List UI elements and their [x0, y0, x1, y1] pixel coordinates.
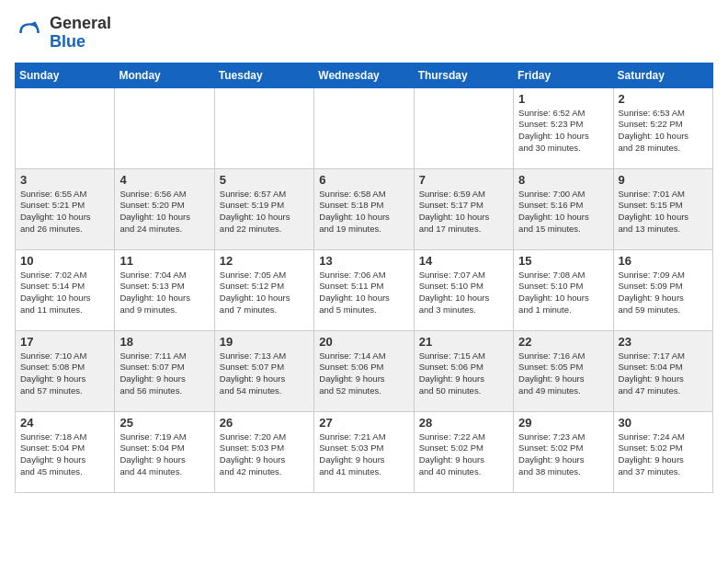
day-number: 27 [319, 416, 408, 430]
day-number: 18 [119, 335, 209, 349]
cell-info: Sunrise: 7:17 AMSunset: 5:04 PMDaylight:… [619, 350, 708, 397]
calendar-cell: 23Sunrise: 7:17 AMSunset: 5:04 PMDayligh… [613, 330, 712, 411]
calendar-cell: 20Sunrise: 7:14 AMSunset: 5:06 PMDayligh… [314, 330, 414, 411]
calendar-header-row: SundayMondayTuesdayWednesdayThursdayFrid… [16, 63, 713, 87]
day-number: 2 [619, 92, 708, 106]
cell-info: Sunrise: 7:18 AMSunset: 5:04 PMDaylight:… [20, 431, 109, 478]
calendar-cell: 8Sunrise: 7:00 AMSunset: 5:16 PMDaylight… [514, 168, 613, 249]
day-number: 22 [518, 335, 608, 349]
day-number: 17 [20, 335, 109, 349]
cell-info: Sunrise: 7:09 AMSunset: 5:09 PMDaylight:… [619, 270, 708, 316]
weekday-header: Saturday [613, 63, 712, 87]
cell-info: Sunrise: 7:11 AMSunset: 5:07 PMDaylight:… [119, 350, 209, 397]
calendar-cell: 4Sunrise: 6:56 AMSunset: 5:20 PMDaylight… [115, 168, 214, 249]
calendar-cell [16, 87, 115, 168]
day-number: 6 [319, 173, 408, 187]
cell-info: Sunrise: 6:58 AMSunset: 5:18 PMDaylight:… [319, 189, 408, 236]
weekday-header: Friday [514, 63, 613, 87]
calendar-cell [314, 87, 414, 168]
logo-icon [15, 18, 44, 48]
calendar-cell: 2Sunrise: 6:53 AMSunset: 5:22 PMDaylight… [613, 87, 712, 168]
calendar-cell [414, 87, 513, 168]
weekday-header: Sunday [16, 63, 115, 87]
calendar: SundayMondayTuesdayWednesdayThursdayFrid… [15, 63, 713, 493]
calendar-cell [214, 87, 313, 168]
day-number: 16 [619, 254, 708, 268]
cell-info: Sunrise: 6:59 AMSunset: 5:17 PMDaylight:… [419, 189, 508, 236]
calendar-cell: 5Sunrise: 6:57 AMSunset: 5:19 PMDaylight… [214, 168, 313, 249]
day-number: 21 [419, 335, 508, 349]
logo-blue: Blue [50, 32, 85, 51]
cell-info: Sunrise: 7:21 AMSunset: 5:03 PMDaylight:… [319, 431, 408, 478]
logo: General Blue [15, 15, 111, 52]
day-number: 19 [220, 335, 309, 349]
calendar-week-row: 17Sunrise: 7:10 AMSunset: 5:08 PMDayligh… [16, 330, 713, 411]
calendar-week-row: 24Sunrise: 7:18 AMSunset: 5:04 PMDayligh… [16, 411, 713, 492]
calendar-cell: 16Sunrise: 7:09 AMSunset: 5:09 PMDayligh… [613, 249, 712, 330]
day-number: 12 [220, 254, 309, 268]
cell-info: Sunrise: 7:16 AMSunset: 5:05 PMDaylight:… [518, 350, 608, 397]
calendar-cell: 12Sunrise: 7:05 AMSunset: 5:12 PMDayligh… [214, 249, 313, 330]
day-number: 30 [619, 416, 708, 430]
cell-info: Sunrise: 7:01 AMSunset: 5:15 PMDaylight:… [619, 189, 708, 236]
cell-info: Sunrise: 7:19 AMSunset: 5:04 PMDaylight:… [119, 431, 209, 478]
day-number: 8 [518, 173, 608, 187]
calendar-cell: 9Sunrise: 7:01 AMSunset: 5:15 PMDaylight… [613, 168, 712, 249]
cell-info: Sunrise: 7:14 AMSunset: 5:06 PMDaylight:… [319, 350, 408, 397]
day-number: 15 [518, 254, 608, 268]
calendar-cell: 19Sunrise: 7:13 AMSunset: 5:07 PMDayligh… [214, 330, 313, 411]
calendar-cell: 10Sunrise: 7:02 AMSunset: 5:14 PMDayligh… [16, 249, 115, 330]
day-number: 5 [220, 173, 309, 187]
day-number: 29 [518, 416, 608, 430]
weekday-header: Thursday [414, 63, 513, 87]
calendar-cell [115, 87, 214, 168]
day-number: 13 [319, 254, 408, 268]
cell-info: Sunrise: 7:02 AMSunset: 5:14 PMDaylight:… [20, 270, 109, 316]
day-number: 3 [20, 173, 109, 187]
calendar-cell: 13Sunrise: 7:06 AMSunset: 5:11 PMDayligh… [314, 249, 414, 330]
calendar-cell: 17Sunrise: 7:10 AMSunset: 5:08 PMDayligh… [16, 330, 115, 411]
day-number: 24 [20, 416, 109, 430]
cell-info: Sunrise: 7:15 AMSunset: 5:06 PMDaylight:… [419, 350, 508, 397]
calendar-cell: 27Sunrise: 7:21 AMSunset: 5:03 PMDayligh… [314, 411, 414, 492]
calendar-cell: 28Sunrise: 7:22 AMSunset: 5:02 PMDayligh… [414, 411, 513, 492]
day-number: 9 [619, 173, 708, 187]
calendar-week-row: 10Sunrise: 7:02 AMSunset: 5:14 PMDayligh… [16, 249, 713, 330]
calendar-cell: 6Sunrise: 6:58 AMSunset: 5:18 PMDaylight… [314, 168, 414, 249]
day-number: 14 [419, 254, 508, 268]
day-number: 11 [119, 254, 209, 268]
calendar-cell: 1Sunrise: 6:52 AMSunset: 5:23 PMDaylight… [514, 87, 613, 168]
calendar-cell: 15Sunrise: 7:08 AMSunset: 5:10 PMDayligh… [514, 249, 613, 330]
day-number: 28 [419, 416, 508, 430]
logo-text: General Blue [50, 15, 111, 52]
cell-info: Sunrise: 7:08 AMSunset: 5:10 PMDaylight:… [518, 270, 608, 316]
cell-info: Sunrise: 7:23 AMSunset: 5:02 PMDaylight:… [518, 431, 608, 478]
day-number: 23 [619, 335, 708, 349]
cell-info: Sunrise: 6:52 AMSunset: 5:23 PMDaylight:… [518, 108, 608, 155]
cell-info: Sunrise: 7:04 AMSunset: 5:13 PMDaylight:… [119, 270, 209, 316]
logo-general: General [50, 14, 111, 32]
calendar-cell: 14Sunrise: 7:07 AMSunset: 5:10 PMDayligh… [414, 249, 513, 330]
day-number: 10 [20, 254, 109, 268]
calendar-cell: 21Sunrise: 7:15 AMSunset: 5:06 PMDayligh… [414, 330, 513, 411]
cell-info: Sunrise: 7:00 AMSunset: 5:16 PMDaylight:… [518, 189, 608, 236]
day-number: 1 [518, 92, 608, 106]
cell-info: Sunrise: 7:07 AMSunset: 5:10 PMDaylight:… [419, 270, 508, 316]
calendar-cell: 7Sunrise: 6:59 AMSunset: 5:17 PMDaylight… [414, 168, 513, 249]
calendar-cell: 11Sunrise: 7:04 AMSunset: 5:13 PMDayligh… [115, 249, 214, 330]
calendar-cell: 25Sunrise: 7:19 AMSunset: 5:04 PMDayligh… [115, 411, 214, 492]
weekday-header: Tuesday [214, 63, 313, 87]
cell-info: Sunrise: 7:10 AMSunset: 5:08 PMDaylight:… [20, 350, 109, 397]
day-number: 20 [319, 335, 408, 349]
cell-info: Sunrise: 6:57 AMSunset: 5:19 PMDaylight:… [220, 189, 309, 236]
cell-info: Sunrise: 6:55 AMSunset: 5:21 PMDaylight:… [20, 189, 109, 236]
day-number: 26 [220, 416, 309, 430]
weekday-header: Monday [115, 63, 214, 87]
calendar-cell: 30Sunrise: 7:24 AMSunset: 5:02 PMDayligh… [613, 411, 712, 492]
calendar-week-row: 3Sunrise: 6:55 AMSunset: 5:21 PMDaylight… [16, 168, 713, 249]
cell-info: Sunrise: 7:22 AMSunset: 5:02 PMDaylight:… [419, 431, 508, 478]
cell-info: Sunrise: 6:56 AMSunset: 5:20 PMDaylight:… [119, 189, 209, 236]
calendar-cell: 3Sunrise: 6:55 AMSunset: 5:21 PMDaylight… [16, 168, 115, 249]
cell-info: Sunrise: 7:24 AMSunset: 5:02 PMDaylight:… [619, 431, 708, 478]
cell-info: Sunrise: 7:13 AMSunset: 5:07 PMDaylight:… [220, 350, 309, 397]
